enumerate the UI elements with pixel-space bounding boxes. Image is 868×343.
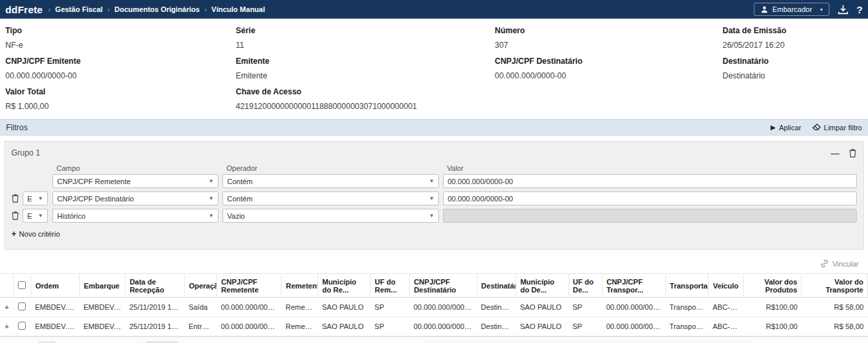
column-header[interactable]: Município do Re...	[318, 274, 371, 298]
column-header[interactable]: UF do Rem...	[371, 274, 410, 298]
breadcrumb-item-vinculo-manual[interactable]: Vínculo Manual	[211, 5, 265, 13]
table-cell: SAO PAULO	[516, 317, 568, 336]
table-cell: 00.000.000/0001-00	[217, 317, 282, 336]
clear-filter-button[interactable]: Limpar filtro	[812, 124, 862, 132]
table-cell: R$ 58,00	[802, 317, 868, 336]
column-header[interactable]: Destinatário	[477, 274, 516, 298]
filter-row: CNPJ/CPF Remetente ▼ Contém ▼	[11, 174, 857, 188]
table-cell: Remetente	[282, 298, 318, 317]
table-cell: EMBDEV.R01_13	[31, 298, 80, 317]
field-cnpj-destinatario: CNPJ/CPF Destinatário 00.000.000/0000-00	[495, 55, 723, 86]
field-value: 26/05/2017 16:20	[723, 41, 861, 50]
column-header[interactable]: CNPJ/CPF Remetente	[217, 274, 282, 298]
column-header[interactable]: CNPJ/CPF Transpor...	[602, 274, 665, 298]
valor-input-disabled	[443, 209, 857, 223]
campo-select-value: Histórico	[57, 212, 86, 220]
vincular-button[interactable]: Vincular	[0, 250, 868, 273]
chevron-down-icon: ▼	[209, 178, 214, 184]
field-value: 11	[236, 41, 495, 50]
conjunction-select[interactable]: E ▼	[23, 191, 48, 205]
clear-filter-label: Limpar filtro	[824, 124, 862, 132]
column-header[interactable]: Operação	[185, 274, 217, 298]
column-header[interactable]: Ordem	[31, 274, 80, 298]
chevron-down-icon: ▾	[820, 7, 823, 13]
field-value: 307	[495, 41, 723, 50]
row-expand-button[interactable]: +	[0, 317, 13, 336]
column-header[interactable]: Veículo	[709, 274, 744, 298]
valor-input[interactable]	[443, 174, 857, 188]
user-menu-label: Embarcador	[772, 5, 812, 13]
apply-filter-button[interactable]: ▶ Aplicar	[770, 124, 801, 132]
row-expand-button[interactable]: +	[0, 298, 13, 317]
operador-select-value: Vazio	[227, 212, 245, 220]
campo-select[interactable]: Histórico ▼	[52, 209, 218, 223]
select-all-checkbox[interactable]	[18, 281, 26, 289]
table-cell: Transportador	[665, 298, 709, 317]
group-title: Grupo 1	[11, 148, 40, 158]
eraser-icon	[812, 124, 821, 131]
field-label: CNPJ/CPF Emitente	[5, 57, 236, 66]
column-header[interactable]: Data de Recepção	[126, 274, 185, 298]
filter-column-labels: Campo Operador Valor	[11, 164, 857, 172]
delete-criteria-trash-icon[interactable]	[11, 211, 19, 220]
user-menu-button[interactable]: Embarcador ▾	[754, 3, 829, 16]
chevron-right-icon: ›	[48, 5, 50, 13]
table-header-row: OrdemEmbarqueData de RecepçãoOperaçãoCNP…	[0, 274, 868, 298]
field-label: Valor Total	[5, 87, 236, 96]
column-header[interactable]: Transportador	[665, 274, 709, 298]
table-row[interactable]: +EMBDEV.R02_13EMBDEV.9487725/11/2019 15:…	[0, 317, 868, 336]
field-label: Emitente	[236, 57, 495, 66]
table-cell: Destinatário	[477, 317, 516, 336]
new-criteria-button[interactable]: + Novo critério	[11, 229, 857, 239]
field-value: Emitente	[236, 71, 495, 80]
valor-input[interactable]	[443, 191, 857, 205]
conjunction-select[interactable]: E ▼	[23, 209, 48, 223]
conjunction-value: E	[27, 212, 32, 220]
campo-column-label: Campo	[56, 164, 226, 172]
column-header[interactable]: Valor dos Produtos	[744, 274, 802, 298]
table-cell: 25/11/2019 15:37	[126, 298, 185, 317]
top-bar: ddFrete › Gestão Fiscal › Documentos Ori…	[0, 0, 868, 19]
breadcrumb-item-gestao-fiscal[interactable]: Gestão Fiscal	[55, 5, 103, 13]
table-cell: EMBDEV.94877	[80, 317, 126, 336]
campo-select[interactable]: CNPJ/CPF Remetente ▼	[52, 174, 218, 188]
operador-select[interactable]: Vazio ▼	[222, 209, 439, 223]
chevron-down-icon: ▼	[429, 213, 434, 219]
table-cell: 00.000.000/0000-00	[410, 317, 477, 336]
column-header[interactable]: UF do De...	[568, 274, 602, 298]
collapse-group-icon[interactable]: —	[831, 148, 839, 158]
breadcrumb: › Gestão Fiscal › Documentos Originários…	[48, 5, 265, 13]
column-header[interactable]: Município do De...	[516, 274, 568, 298]
field-value: R$ 1.000,00	[5, 102, 236, 111]
table-cell: 00.000.000/0000-00	[602, 317, 665, 336]
field-tipo: Tipo NF-e	[5, 25, 236, 55]
help-icon[interactable]: ?	[857, 4, 863, 15]
delete-criteria-trash-icon[interactable]	[11, 194, 19, 203]
column-header[interactable]: Embarque	[80, 274, 126, 298]
chevron-right-icon: ›	[108, 5, 110, 13]
operador-select[interactable]: Contém ▼	[222, 174, 439, 188]
table-cell: Destinatário	[477, 298, 516, 317]
play-icon: ▶	[770, 124, 776, 131]
campo-select[interactable]: CNPJ/CPF Destinatário ▼	[52, 191, 218, 205]
table-row[interactable]: +EMBDEV.R01_13EMBDEV.9487725/11/2019 15:…	[0, 298, 868, 317]
field-value: 00.000.000/0000-00	[495, 71, 723, 80]
chevron-right-icon: ›	[205, 5, 207, 13]
column-header[interactable]: Valor do Transporte	[802, 274, 868, 298]
row-checkbox[interactable]	[18, 322, 26, 330]
table-cell: SAO PAULO	[516, 298, 568, 317]
delete-group-trash-icon[interactable]	[849, 149, 857, 158]
apply-filter-label: Aplicar	[779, 124, 802, 132]
breadcrumb-item-documentos-originarios[interactable]: Documentos Originários	[114, 5, 199, 13]
download-icon[interactable]	[837, 5, 849, 15]
column-header[interactable]: CNPJ/CPF Destinatário	[410, 274, 477, 298]
table-cell: SAO PAULO	[318, 317, 371, 336]
app-logo: ddFrete	[5, 4, 43, 15]
chevron-down-icon: ▼	[209, 195, 214, 201]
field-chave-acesso: Chave de Acesso 421912000000000001188800…	[236, 86, 861, 116]
row-checkbox[interactable]	[18, 302, 26, 310]
operador-select[interactable]: Contém ▼	[222, 191, 439, 205]
column-header[interactable]: Remetente	[282, 274, 318, 298]
table-cell: ABC-1234	[709, 298, 744, 317]
field-numero: Número 307	[495, 25, 723, 55]
